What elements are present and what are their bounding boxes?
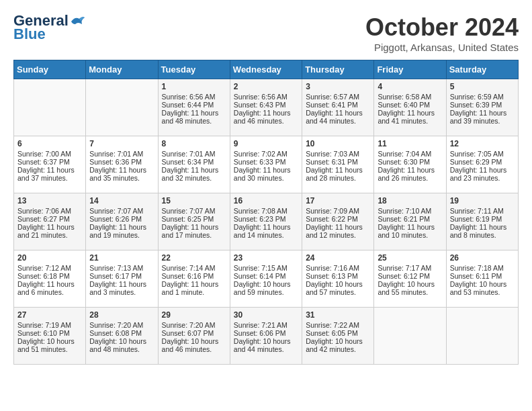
weekday-thursday: Thursday bbox=[302, 60, 374, 79]
day-number: 21 bbox=[89, 253, 154, 263]
cell-info: Daylight: 11 hours and 41 minutes. bbox=[378, 109, 442, 125]
month-title: October 2024 bbox=[365, 13, 519, 42]
calendar-cell: 12Sunrise: 7:05 AMSunset: 6:29 PMDayligh… bbox=[446, 136, 518, 193]
cell-info: Sunset: 6:06 PM bbox=[234, 329, 298, 337]
calendar-cell: 19Sunrise: 7:11 AMSunset: 6:19 PMDayligh… bbox=[446, 193, 518, 250]
calendar-cell: 28Sunrise: 7:20 AMSunset: 6:08 PMDayligh… bbox=[86, 308, 158, 365]
cell-info: Daylight: 11 hours and 28 minutes. bbox=[306, 166, 370, 182]
cell-info: Sunrise: 7:07 AM bbox=[89, 207, 154, 215]
cell-info: Sunset: 6:12 PM bbox=[378, 272, 442, 280]
cell-info: Sunset: 6:33 PM bbox=[234, 158, 298, 166]
cell-info: Sunrise: 7:09 AM bbox=[306, 207, 370, 215]
day-number: 28 bbox=[89, 310, 154, 320]
cell-info: Daylight: 11 hours and 46 minutes. bbox=[234, 109, 298, 125]
weekday-wednesday: Wednesday bbox=[230, 60, 302, 79]
cell-info: Sunrise: 7:20 AM bbox=[162, 321, 226, 329]
day-number: 15 bbox=[162, 196, 226, 205]
calendar-cell: 30Sunrise: 7:21 AMSunset: 6:06 PMDayligh… bbox=[230, 308, 302, 365]
calendar-cell bbox=[374, 308, 446, 365]
cell-info: Sunset: 6:30 PM bbox=[378, 158, 442, 166]
cell-info: Sunrise: 7:05 AM bbox=[450, 150, 515, 158]
weekday-saturday: Saturday bbox=[446, 60, 518, 79]
cell-info: Sunrise: 7:15 AM bbox=[234, 264, 298, 272]
calendar-cell: 2Sunrise: 6:56 AMSunset: 6:43 PMDaylight… bbox=[230, 79, 302, 136]
calendar-cell: 4Sunrise: 6:58 AMSunset: 6:40 PMDaylight… bbox=[374, 79, 446, 136]
page-header: General Blue October 2024 Piggott, Arkan… bbox=[13, 13, 519, 53]
day-number: 9 bbox=[234, 139, 298, 148]
cell-info: Daylight: 10 hours and 44 minutes. bbox=[234, 337, 298, 353]
calendar-table: SundayMondayTuesdayWednesdayThursdayFrid… bbox=[13, 60, 519, 365]
cell-info: Sunset: 6:44 PM bbox=[162, 101, 226, 109]
location-title: Piggott, Arkansas, United States bbox=[365, 42, 519, 53]
calendar-cell: 17Sunrise: 7:09 AMSunset: 6:22 PMDayligh… bbox=[302, 193, 374, 250]
cell-info: Daylight: 11 hours and 30 minutes. bbox=[234, 166, 298, 182]
day-number: 13 bbox=[17, 196, 82, 205]
weekday-tuesday: Tuesday bbox=[158, 60, 230, 79]
calendar-cell: 6Sunrise: 7:00 AMSunset: 6:37 PMDaylight… bbox=[14, 136, 86, 193]
cell-info: Sunset: 6:39 PM bbox=[450, 101, 515, 109]
cell-info: Sunrise: 6:58 AM bbox=[378, 93, 442, 101]
cell-info: Daylight: 11 hours and 17 minutes. bbox=[162, 223, 226, 239]
cell-info: Daylight: 11 hours and 39 minutes. bbox=[450, 109, 515, 125]
calendar-cell: 5Sunrise: 6:59 AMSunset: 6:39 PMDaylight… bbox=[446, 79, 518, 136]
cell-info: Sunrise: 7:21 AM bbox=[234, 321, 298, 329]
cell-info: Daylight: 10 hours and 55 minutes. bbox=[378, 280, 442, 296]
cell-info: Daylight: 11 hours and 23 minutes. bbox=[450, 166, 515, 182]
day-number: 3 bbox=[306, 82, 370, 91]
day-number: 18 bbox=[378, 196, 442, 205]
cell-info: Sunrise: 7:01 AM bbox=[89, 150, 154, 158]
cell-info: Daylight: 11 hours and 37 minutes. bbox=[17, 166, 82, 182]
cell-info: Daylight: 11 hours and 21 minutes. bbox=[17, 223, 82, 239]
cell-info: Sunset: 6:17 PM bbox=[89, 272, 154, 280]
cell-info: Sunset: 6:25 PM bbox=[162, 215, 226, 223]
cell-info: Sunrise: 7:17 AM bbox=[378, 264, 442, 272]
logo: General Blue bbox=[13, 13, 85, 43]
day-number: 4 bbox=[378, 82, 442, 91]
cell-info: Sunset: 6:29 PM bbox=[450, 158, 515, 166]
cell-info: Daylight: 11 hours and 48 minutes. bbox=[162, 109, 226, 125]
cell-info: Sunrise: 7:04 AM bbox=[378, 150, 442, 158]
cell-info: Sunset: 6:19 PM bbox=[450, 215, 515, 223]
day-number: 17 bbox=[306, 196, 370, 205]
calendar-cell: 21Sunrise: 7:13 AMSunset: 6:17 PMDayligh… bbox=[86, 250, 158, 308]
weekday-header-row: SundayMondayTuesdayWednesdayThursdayFrid… bbox=[14, 60, 519, 79]
cell-info: Sunrise: 7:08 AM bbox=[234, 207, 298, 215]
cell-info: Daylight: 11 hours and 26 minutes. bbox=[378, 166, 442, 182]
day-number: 11 bbox=[378, 139, 442, 148]
cell-info: Sunrise: 7:18 AM bbox=[450, 264, 515, 272]
cell-info: Daylight: 11 hours and 6 minutes. bbox=[17, 280, 82, 296]
cell-info: Daylight: 11 hours and 8 minutes. bbox=[450, 223, 515, 239]
cell-info: Daylight: 11 hours and 3 minutes. bbox=[89, 280, 154, 296]
day-number: 14 bbox=[89, 196, 154, 205]
cell-info: Daylight: 11 hours and 32 minutes. bbox=[162, 166, 226, 182]
cell-info: Sunset: 6:14 PM bbox=[234, 272, 298, 280]
calendar-cell: 3Sunrise: 6:57 AMSunset: 6:41 PMDaylight… bbox=[302, 79, 374, 136]
day-number: 23 bbox=[234, 253, 298, 263]
cell-info: Daylight: 10 hours and 53 minutes. bbox=[450, 280, 515, 296]
day-number: 29 bbox=[162, 310, 226, 320]
calendar-cell: 20Sunrise: 7:12 AMSunset: 6:18 PMDayligh… bbox=[14, 250, 86, 308]
calendar-cell: 9Sunrise: 7:02 AMSunset: 6:33 PMDaylight… bbox=[230, 136, 302, 193]
day-number: 24 bbox=[306, 253, 370, 263]
calendar-cell bbox=[446, 308, 518, 365]
cell-info: Sunset: 6:22 PM bbox=[306, 215, 370, 223]
calendar-cell bbox=[14, 79, 86, 136]
calendar-cell: 31Sunrise: 7:22 AMSunset: 6:05 PMDayligh… bbox=[302, 308, 374, 365]
day-number: 1 bbox=[162, 82, 226, 91]
cell-info: Sunrise: 7:06 AM bbox=[17, 207, 82, 215]
calendar-week-2: 6Sunrise: 7:00 AMSunset: 6:37 PMDaylight… bbox=[14, 136, 519, 193]
cell-info: Sunrise: 7:12 AM bbox=[17, 264, 82, 272]
calendar-cell: 27Sunrise: 7:19 AMSunset: 6:10 PMDayligh… bbox=[14, 308, 86, 365]
day-number: 19 bbox=[450, 196, 515, 205]
cell-info: Sunset: 6:26 PM bbox=[89, 215, 154, 223]
weekday-sunday: Sunday bbox=[14, 60, 86, 79]
calendar-cell: 11Sunrise: 7:04 AMSunset: 6:30 PMDayligh… bbox=[374, 136, 446, 193]
calendar-body: 1Sunrise: 6:56 AMSunset: 6:44 PMDaylight… bbox=[14, 79, 519, 365]
calendar-cell: 16Sunrise: 7:08 AMSunset: 6:23 PMDayligh… bbox=[230, 193, 302, 250]
calendar-cell: 18Sunrise: 7:10 AMSunset: 6:21 PMDayligh… bbox=[374, 193, 446, 250]
day-number: 22 bbox=[162, 253, 226, 263]
calendar-cell: 8Sunrise: 7:01 AMSunset: 6:34 PMDaylight… bbox=[158, 136, 230, 193]
cell-info: Sunrise: 7:11 AM bbox=[450, 207, 515, 215]
cell-info: Sunset: 6:21 PM bbox=[378, 215, 442, 223]
cell-info: Sunset: 6:05 PM bbox=[306, 329, 370, 337]
